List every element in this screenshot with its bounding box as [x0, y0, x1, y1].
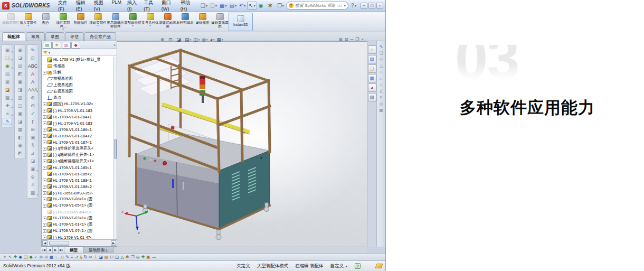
property-manager-tab[interactable]: ❖ [52, 42, 61, 49]
first-tab-arrow[interactable]: |◀ [41, 247, 47, 253]
tree-row[interactable]: + (-) q带保护罩急停开关< [42, 145, 117, 152]
toolbar-icon[interactable]: ◧ [15, 134, 25, 141]
bottom-toolbar-icon[interactable]: △ [121, 254, 124, 260]
command-tab[interactable]: 装配体 [2, 32, 25, 41]
tree-row[interactable]: + HL-1709-V1-01-185<1 [42, 164, 117, 171]
last-tab-arrow[interactable]: ▶| [59, 247, 64, 253]
scroll-left-arrow[interactable]: ◀ [42, 240, 48, 246]
view-tool-icon[interactable]: ▤ ▾ [185, 37, 191, 42]
motion-study-tab[interactable]: 运动算例 1 [83, 247, 113, 253]
right-toolbar-icon[interactable]: ✎ [380, 44, 383, 49]
task-pane-tab[interactable]: ❏ [368, 64, 376, 73]
toolbar-icon[interactable]: ≈ ▾ [3, 110, 12, 117]
next-tab-arrow[interactable]: ▶ [53, 247, 59, 253]
toolbar-icon[interactable]: ▣ [15, 110, 25, 117]
tree-row[interactable]: + HL-1709-V1-01-184<2 [42, 133, 117, 139]
quick-icon[interactable]: ❐ ▾ [276, 2, 285, 9]
menu-item[interactable]: 文件(F) [55, 0, 73, 13]
tree-expander[interactable]: + [43, 153, 46, 157]
view-tool-icon[interactable]: ▦ ▾ [217, 37, 223, 42]
toolbar-icon[interactable]: ✓ ▾ [28, 110, 37, 117]
bottom-toolbar-icon[interactable]: ↖ [8, 254, 12, 260]
tree-expander[interactable]: + [43, 185, 46, 189]
bottom-toolbar-icon[interactable]: ⊥ [93, 254, 97, 260]
tree-expander[interactable]: + [43, 198, 46, 201]
menu-item[interactable]: 帮助(H) [178, 0, 195, 13]
view-tool-icon[interactable]: ◎ ▾ [202, 37, 207, 42]
toolbar-icon[interactable]: ▣ [15, 78, 25, 86]
bottom-toolbar-icon[interactable]: ◇ [61, 254, 64, 260]
bottom-toolbar-icon[interactable]: ⊞ [44, 254, 48, 260]
configuration-manager-tab[interactable]: ▥ [62, 42, 71, 49]
toolbar-icon[interactable]: ❏ ▾ [3, 54, 12, 62]
right-toolbar-icon[interactable]: ∟ [379, 76, 383, 81]
quick-icon[interactable]: ◉ ▾ [258, 2, 267, 9]
right-toolbar-icon[interactable]: ◇ [380, 57, 383, 62]
status-customize[interactable]: 自定义▲ [330, 263, 348, 269]
bottom-toolbar-icon[interactable]: ∟ [55, 254, 59, 260]
toolbar-icon[interactable]: ⊕ ▾ [28, 173, 37, 181]
toolbar-icon[interactable]: A ▾ [28, 78, 37, 86]
ribbon-button[interactable]: 装配体特征 ▾ [124, 13, 141, 27]
tree-row[interactable]: + HL-1709-V1-01-188<2 [42, 183, 117, 190]
ribbon-button[interactable]: 显示隐藏的零部件 ▾ [107, 13, 124, 31]
tree-expander[interactable]: + [43, 134, 46, 138]
bottom-toolbar-icon[interactable]: § [80, 254, 82, 260]
toolbar-icon[interactable]: AAA ▾ [28, 86, 37, 94]
toolbar-icon[interactable]: ◪ ▾ [28, 157, 37, 165]
tree-expander[interactable]: + [43, 141, 46, 144]
right-toolbar-icon[interactable]: ∠ [379, 89, 383, 94]
toolbar-icon[interactable]: A ▾ [28, 70, 37, 78]
tree-row[interactable]: + (-) HL-1709-V1-01-183 [42, 120, 117, 126]
bottom-toolbar-icon[interactable]: ❏ [24, 254, 27, 260]
bottom-toolbar-icon[interactable]: ⊡ [110, 254, 113, 260]
tree-expander[interactable]: + [43, 191, 46, 195]
tree-expander[interactable]: + [43, 236, 46, 239]
toolbar-icon[interactable]: ƒ ▾ [28, 118, 37, 125]
toolbar-icon[interactable]: ⊿ ▾ [28, 149, 37, 157]
tree-row[interactable]: + HL-1709-V1-01-184<1 [42, 114, 117, 120]
ribbon-button[interactable]: 参考几何体 ▾ [141, 13, 159, 27]
bottom-toolbar-icon[interactable]: ✎ [65, 254, 69, 260]
bottom-toolbar-icon[interactable]: ◆ [29, 254, 32, 260]
task-pane-tab[interactable]: ▤ [368, 55, 376, 63]
toolbar-icon[interactable]: ▣ ▾ [3, 46, 12, 54]
tree-row[interactable]: + 上视基准面 [42, 82, 117, 88]
search-input[interactable] [295, 3, 335, 8]
toolbar-icon[interactable]: ▦ ▾ [28, 189, 37, 197]
right-toolbar-icon[interactable]: △ [380, 63, 383, 68]
tree-row[interactable]: + (固定) HL-1709-V1-02< [42, 101, 117, 107]
command-tab[interactable]: 评估 [65, 32, 84, 41]
view-tool-icon[interactable]: ◪ ▾ [176, 37, 183, 42]
more-tabs-icon[interactable]: » [113, 43, 116, 47]
tree-expander[interactable]: + [43, 166, 46, 170]
feature-manager-tab[interactable]: ▤ [43, 42, 52, 49]
bottom-toolbar-icon[interactable]: ▣ [146, 254, 150, 260]
ribbon-button[interactable]: 爆炸视图 ▾ [194, 13, 211, 27]
toolbar-icon[interactable]: ∅ ▾ [28, 54, 37, 62]
tree-row[interactable]: + 传感器 [42, 63, 117, 69]
bottom-toolbar-icon[interactable]: ∞ [89, 254, 92, 260]
tree-row[interactable]: + HL-1709-V1-01-186<1 [42, 126, 117, 133]
tree-expander[interactable]: + [43, 71, 46, 74]
tree-expander[interactable]: + [43, 147, 46, 151]
toolbar-icon[interactable]: ◩ [15, 149, 25, 157]
tree-row[interactable]: + (-) q施耐德启动开关<1> [42, 158, 117, 164]
bottom-toolbar-icon[interactable]: ◎ [136, 254, 140, 260]
right-toolbar-icon[interactable]: ❏ [379, 51, 383, 55]
toolbar-icon[interactable]: # ▾ [28, 181, 37, 189]
quick-icon[interactable]: ❏ ▾ [200, 2, 209, 9]
tree-row[interactable]: + HL-1709-V1-07<1> (固 [42, 228, 117, 234]
toolbar-icon[interactable]: ✚ ▾ [3, 102, 12, 109]
prev-tab-arrow[interactable]: ◀ [47, 247, 53, 253]
help-search-box[interactable]: ? ○⃘ ▾ [286, 2, 348, 10]
tree-expander[interactable]: + [43, 229, 46, 233]
bottom-toolbar-icon[interactable]: ❐ [130, 254, 134, 260]
task-pane-tab[interactable]: ◕ [368, 83, 376, 92]
document-window-button[interactable]: ─ [350, 37, 353, 42]
bottom-toolbar-icon[interactable]: ≡ [71, 254, 73, 260]
ribbon-button[interactable]: 插入零部件 ▾ [20, 13, 37, 27]
menu-item[interactable]: 工具(T) [141, 0, 158, 13]
help-menu[interactable]: ? ▾ [349, 3, 358, 8]
tree-row[interactable]: + HL-1709-V1-01-187<1 [42, 139, 117, 145]
